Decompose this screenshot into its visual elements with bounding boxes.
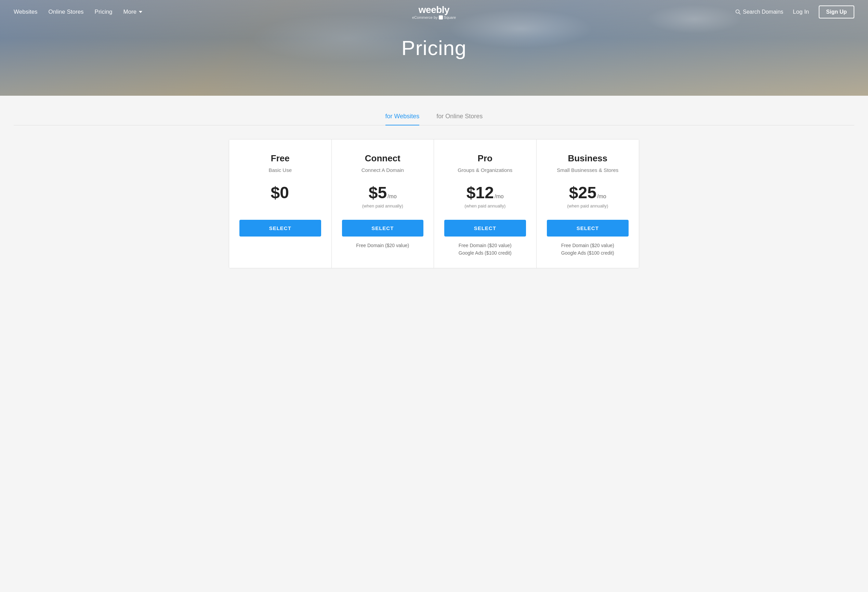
plan-business-amount: $25 <box>569 183 596 202</box>
plan-business-select[interactable]: SELECT <box>547 220 629 237</box>
signup-button[interactable]: Sign Up <box>819 6 854 18</box>
tab-websites[interactable]: for Websites <box>385 113 420 125</box>
plan-connect-select[interactable]: SELECT <box>342 220 424 237</box>
plan-pro-note: (when paid annually) <box>464 203 505 209</box>
logo[interactable]: weebly eCommerce by Square <box>412 4 456 19</box>
plan-business-price: $25 /mo <box>569 183 607 202</box>
plan-connect-price: $5 /mo <box>369 183 397 202</box>
nav-more[interactable]: More <box>124 9 143 15</box>
plan-free: Free Basic Use $0 SELECT <box>229 140 332 268</box>
nav-right: Search Domains Log In Sign Up <box>735 6 854 18</box>
search-domains-label: Search Domains <box>743 9 783 15</box>
plan-free-select[interactable]: SELECT <box>239 220 321 237</box>
plan-pro-select[interactable]: SELECT <box>444 220 526 237</box>
logo-text: weebly <box>412 4 456 15</box>
square-icon <box>439 15 443 19</box>
plan-connect-desc: Connect A Domain <box>362 167 404 173</box>
svg-line-1 <box>739 13 741 15</box>
plan-business-desc: Small Businesses & Stores <box>557 167 619 173</box>
plan-business-name: Business <box>568 153 607 164</box>
plan-pro-feature-0: Free Domain ($20 value) <box>459 243 512 248</box>
plan-connect-feature-0: Free Domain ($20 value) <box>356 243 409 248</box>
plan-connect-period: /mo <box>387 193 397 200</box>
pricing-grid: Free Basic Use $0 SELECT Connect Connect… <box>229 139 639 268</box>
hero-title: Pricing <box>402 36 466 60</box>
tab-online-stores[interactable]: for Online Stores <box>436 113 483 125</box>
plan-connect: Connect Connect A Domain $5 /mo (when pa… <box>332 140 434 268</box>
plan-business-note: (when paid annually) <box>567 203 608 209</box>
main-content: for Websites for Online Stores Free Basi… <box>0 96 868 289</box>
nav-pricing[interactable]: Pricing <box>95 9 112 15</box>
nav-online-stores[interactable]: Online Stores <box>49 9 84 15</box>
search-icon <box>735 9 741 15</box>
plan-connect-name: Connect <box>365 153 400 164</box>
plan-free-name: Free <box>271 153 290 164</box>
navbar: Websites Online Stores Pricing More weeb… <box>0 0 868 24</box>
plan-free-price: $0 <box>271 183 290 202</box>
plan-connect-note: (when paid annually) <box>362 203 403 209</box>
plan-pro-feature-1: Google Ads ($100 credit) <box>459 250 512 256</box>
plan-connect-amount: $5 <box>369 183 387 202</box>
nav-more-label: More <box>124 9 137 15</box>
plan-pro-name: Pro <box>478 153 493 164</box>
plan-pro-desc: Groups & Organizations <box>458 167 512 173</box>
login-link[interactable]: Log In <box>793 9 809 15</box>
chevron-down-icon <box>139 11 142 13</box>
search-domains-button[interactable]: Search Domains <box>735 9 783 15</box>
svg-point-0 <box>736 10 740 13</box>
plan-business-feature-0: Free Domain ($20 value) <box>561 243 614 248</box>
plan-business-feature-1: Google Ads ($100 credit) <box>561 250 614 256</box>
plan-free-desc: Basic Use <box>269 167 292 173</box>
nav-websites[interactable]: Websites <box>14 9 38 15</box>
logo-sub: eCommerce by Square <box>412 15 456 19</box>
plan-free-amount: $0 <box>271 183 289 202</box>
pricing-tabs: for Websites for Online Stores <box>14 113 854 125</box>
plan-pro: Pro Groups & Organizations $12 /mo (when… <box>434 140 537 268</box>
plan-pro-amount: $12 <box>466 183 494 202</box>
plan-business: Business Small Businesses & Stores $25 /… <box>537 140 639 268</box>
plan-pro-period: /mo <box>495 193 504 200</box>
plan-pro-price: $12 /mo <box>466 183 504 202</box>
plan-business-period: /mo <box>597 193 607 200</box>
nav-links: Websites Online Stores Pricing More <box>14 9 142 15</box>
